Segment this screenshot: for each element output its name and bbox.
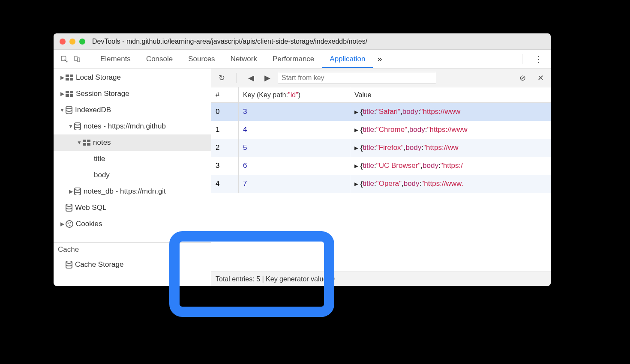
tab-network[interactable]: Network [223, 50, 265, 68]
table-row[interactable]: 4 7 ▸ {title: "Opera", body: "https://ww… [211, 175, 551, 193]
clear-store-icon[interactable]: ⊘ [516, 73, 528, 83]
cell-value: ▸ {title: "Safari", body: "https://www [350, 103, 551, 121]
label: Web SQL [75, 203, 106, 212]
window-title: DevTools - mdn.github.io/learning-area/j… [92, 38, 367, 45]
sidebar-item-session-storage[interactable]: ▶ Session Storage [54, 86, 211, 102]
cell-key: 6 [239, 157, 350, 175]
cell-index: 2 [211, 139, 239, 157]
tab-application[interactable]: Application [322, 50, 373, 68]
label: body [94, 171, 110, 179]
collapse-icon[interactable]: ▼ [77, 140, 82, 146]
label: Session Storage [76, 90, 129, 98]
svg-rect-13 [83, 140, 86, 142]
col-key[interactable]: Key (Key path: "id") [239, 87, 350, 102]
tabs-overflow-icon[interactable]: » [373, 54, 386, 64]
cookie-icon [66, 220, 73, 228]
sidebar-item-local-storage[interactable]: ▶ Local Storage [54, 69, 211, 86]
svg-rect-9 [66, 94, 69, 97]
sidebar-item-index-body[interactable]: body [54, 167, 211, 183]
svg-rect-2 [78, 58, 80, 62]
sidebar-item-websql[interactable]: Web SQL [54, 200, 211, 216]
svg-rect-6 [70, 78, 73, 81]
sidebar-item-indexeddb[interactable]: ▼ IndexedDB [54, 102, 211, 118]
expand-icon[interactable]: ▶ [68, 188, 73, 194]
sidebar-item-store-notes[interactable]: ▼ notes [54, 134, 211, 151]
cell-index: 3 [211, 157, 239, 175]
refresh-icon[interactable]: ↻ [216, 73, 228, 83]
device-toggle-icon[interactable] [71, 55, 84, 63]
settings-menu-icon[interactable]: ⋮ [527, 54, 551, 64]
tab-console[interactable]: Console [138, 50, 180, 68]
tab-performance[interactable]: Performance [265, 50, 322, 68]
label: Cache Storage [75, 260, 123, 269]
storage-icon [66, 91, 73, 97]
annotation-highlight [169, 231, 334, 317]
zoom-icon[interactable] [79, 39, 85, 45]
svg-rect-1 [75, 56, 77, 61]
divider [88, 54, 88, 64]
cell-index: 1 [211, 121, 239, 139]
sidebar-item-db-notesdb[interactable]: ▶ notes_db - https://mdn.git [54, 183, 211, 200]
cell-index: 4 [211, 175, 239, 193]
expand-icon[interactable]: ▶ [60, 91, 65, 97]
col-index[interactable]: # [211, 87, 239, 102]
close-icon[interactable] [60, 39, 66, 45]
inspect-element-icon[interactable] [58, 55, 71, 63]
storage-icon [66, 75, 73, 81]
database-icon [66, 261, 72, 269]
collapse-icon[interactable]: ▼ [60, 107, 65, 113]
svg-rect-14 [87, 140, 90, 142]
label: notes_db - https://mdn.git [84, 187, 166, 196]
database-icon [74, 122, 81, 130]
traffic-lights [60, 39, 85, 45]
database-icon [74, 188, 81, 195]
svg-point-23 [66, 261, 72, 263]
cell-key: 4 [239, 121, 350, 139]
tab-sources[interactable]: Sources [180, 50, 222, 68]
col-value[interactable]: Value [350, 87, 551, 102]
label: title [94, 155, 105, 163]
table-row[interactable]: 2 5 ▸ {title: "Firefox", body: "https://… [211, 139, 551, 157]
table-row[interactable]: 1 4 ▸ {title: "Chrome", body: "https://w… [211, 121, 551, 139]
table-row[interactable]: 0 3 ▸ {title: "Safari", body: "https://w… [211, 103, 551, 121]
cell-value: ▸ {title: "UC Browser", body: "https:/ [350, 157, 551, 175]
svg-rect-10 [70, 94, 73, 97]
delete-selected-icon[interactable]: ✕ [534, 73, 546, 83]
svg-rect-16 [87, 143, 90, 146]
collapse-icon[interactable]: ▼ [68, 123, 73, 129]
minimize-icon[interactable] [69, 39, 75, 45]
sidebar-item-cookies[interactable]: ▶ Cookies [54, 216, 211, 232]
table-row[interactable]: 3 6 ▸ {title: "UC Browser", body: "https… [211, 157, 551, 175]
sidebar-item-index-title[interactable]: title [54, 151, 211, 167]
svg-point-11 [66, 106, 72, 109]
label: Local Storage [76, 73, 121, 82]
storage-icon [83, 140, 90, 146]
prev-page-icon[interactable]: ◀ [245, 73, 257, 83]
svg-point-20 [68, 223, 69, 224]
cell-value: ▸ {title: "Firefox", body: "https://ww [350, 139, 551, 157]
expand-icon[interactable]: ▶ [60, 75, 65, 81]
svg-point-22 [69, 225, 71, 226]
sidebar-item-db-notes[interactable]: ▼ notes - https://mdn.github [54, 118, 211, 134]
label: Cookies [76, 220, 102, 228]
devtools-toolbar: Elements Console Sources Network Perform… [54, 50, 551, 69]
svg-rect-15 [83, 143, 86, 146]
label: IndexedDB [75, 106, 111, 114]
next-page-icon[interactable]: ▶ [261, 73, 273, 83]
svg-point-18 [66, 204, 72, 206]
cell-key: 7 [239, 175, 350, 193]
expand-icon[interactable]: ▶ [60, 221, 65, 227]
svg-rect-4 [70, 75, 73, 77]
database-icon [66, 106, 72, 114]
database-icon [66, 204, 72, 212]
svg-point-19 [66, 221, 73, 227]
divider [522, 54, 522, 64]
table-header: # Key (Key path: "id") Value [211, 87, 551, 103]
tab-elements[interactable]: Elements [93, 50, 138, 68]
svg-point-17 [75, 188, 81, 190]
svg-point-12 [75, 122, 81, 125]
key-search-input[interactable] [278, 72, 436, 84]
cell-key: 5 [239, 139, 350, 157]
divider [236, 73, 237, 83]
storage-tree: ▶ Local Storage ▶ Session Storage ▼ Inde… [54, 69, 211, 232]
